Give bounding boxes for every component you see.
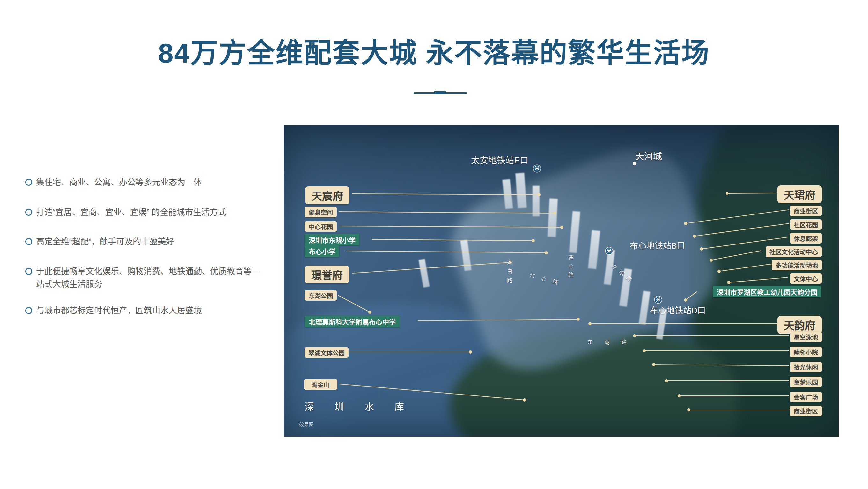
estate-label-jingyufu: 璟誉府: [305, 265, 349, 283]
road-label: 逸心路: [566, 255, 574, 281]
amenity-label-donghu-park: 东湖公园: [305, 290, 337, 301]
bullet-ring-icon: [25, 179, 32, 186]
road-label: 太白路: [505, 259, 513, 287]
svg-text:米: 米: [607, 248, 612, 254]
bullet-text: 于此便捷畅享文化娱乐、购物消费、地铁通勤、优质教育等一站式大城生活服务: [36, 265, 268, 290]
metro-icon: 米: [605, 247, 613, 255]
bullet-text: 高定全维“超配”，触手可及的丰盈美好: [36, 235, 277, 248]
amenity-label-meeting-plaza: 会客广场: [790, 392, 822, 402]
school-label-buxin-middle: 北理莫斯科大学附属布心中学: [305, 316, 400, 327]
bullet-item: 打造“宜居、宜商、宜业、宜娱” 的全能城市生活方式: [25, 206, 277, 219]
metro-station-buxin-d: 布心地铁站D口: [650, 304, 706, 316]
amenity-label-taojinshan: 淘金山: [304, 379, 337, 390]
amenity-label-kids-park: 童梦乐园: [790, 377, 822, 387]
landmark-tianhecheng: 天河城: [635, 149, 662, 162]
amenity-label-neighbor-yard: 睦邻小院: [790, 347, 822, 357]
bullet-ring-icon: [25, 209, 32, 216]
amenity-label-rest-gallery: 休息廊架: [790, 233, 822, 243]
metro-icon: 米: [654, 295, 662, 304]
bullet-text: 打造“宜居、宜商、宜业、宜娱” 的全能城市生活方式: [36, 206, 277, 219]
school-label-kindergarten: 深圳市罗湖区教工幼儿园天韵分园: [713, 286, 821, 297]
rendering-note: 效果图: [299, 421, 313, 427]
bullet-item: 于此便捷畅享文化娱乐、购物消费、地铁通勤、优质教育等一站式大城生活服务: [25, 265, 268, 290]
amenity-label-central-garden: 中心花园: [305, 221, 337, 232]
amenity-label-commercial-street-2: 商业街区: [790, 406, 822, 416]
bullet-text: 集住宅、商业、公寓、办公等多元业态为一体: [36, 176, 277, 189]
slide: 84万方全维配套大城 永不落幕的繁华生活场 集住宅、商业、公寓、办公等多元业态为…: [0, 0, 868, 489]
water-label-shenzhen-reservoir: 深圳水库: [305, 399, 425, 413]
estate-label-tianjunfu: 天珺府: [777, 185, 822, 203]
bullet-ring-icon: [25, 307, 32, 314]
bullet-ring-icon: [25, 238, 32, 245]
bullet-ring-icon: [25, 268, 32, 275]
bullet-item: 高定全维“超配”，触手可及的丰盈美好: [25, 235, 277, 248]
metro-station-buxin-b: 布心地铁站B口: [630, 239, 685, 251]
aerial-rendering-map: 太白路 仁心路 逸心路 东晓路 东湖路: [284, 125, 839, 437]
amenity-label-star-pool: 星空泳池: [790, 332, 822, 342]
amenity-label-leisure: 拾光休闲: [790, 362, 822, 372]
divider-block: [434, 91, 446, 94]
svg-text:米: 米: [534, 166, 539, 171]
amenity-label-commercial-street-1: 商业街区: [790, 206, 822, 216]
school-label-buxin-primary: 布心小学: [305, 246, 339, 257]
page-title: 84万方全维配套大城 永不落幕的繁华生活场: [0, 31, 868, 70]
amenity-label-fitness: 健身空间: [305, 207, 337, 218]
metro-icon: 米: [533, 164, 541, 173]
amenity-label-community-culture-center: 社区文化活动中心: [766, 247, 822, 257]
metro-station-taian-e: 太安地铁站E口: [471, 153, 528, 166]
amenity-label-multifunction-ground: 多功能活动场地: [772, 260, 822, 270]
estate-label-tianchenfu: 天宸府: [305, 186, 349, 204]
amenity-label-sports-center: 文体中心: [790, 273, 822, 284]
bullet-item: 与城市都芯标定时代恒产，匠筑山水人居盛境: [25, 304, 277, 317]
bullet-text: 与城市都芯标定时代恒产，匠筑山水人居盛境: [36, 304, 277, 317]
road-label: 东湖路: [587, 338, 638, 346]
bullet-item: 集住宅、商业、公寓、办公等多元业态为一体: [25, 176, 277, 189]
amenity-label-community-garden: 社区花园: [790, 219, 822, 230]
title-divider: [413, 91, 467, 94]
school-label-dongxiao-primary: 深圳市东晓小学: [305, 234, 360, 246]
estate-label-tianyunfu: 天韵府: [777, 316, 822, 334]
svg-text:米: 米: [656, 297, 661, 302]
amenity-label-cuihu-park: 翠湖文体公园: [305, 347, 348, 358]
